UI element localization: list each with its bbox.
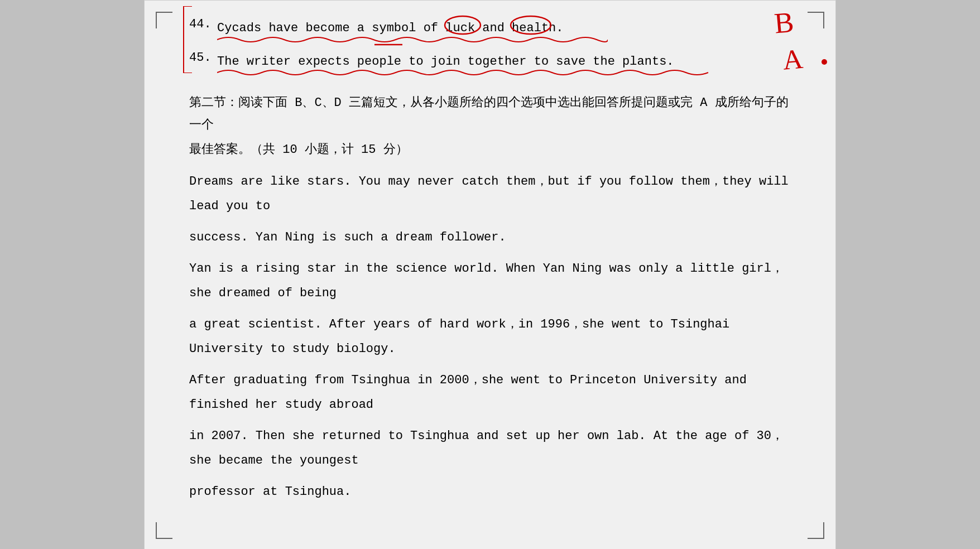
corner-br [808,522,824,539]
question-45: 45. The writer expects people to join to… [189,51,791,73]
passage-p1b: success. Yan Ning is such a dream follow… [189,225,791,250]
svg-text:A: A [781,42,804,75]
q45-answer-a: A [780,37,835,76]
passage-p2d-text: in 2007. Then she returned to Tsinghua a… [189,429,784,468]
passage-p2d: in 2007. Then she returned to Tsinghua a… [189,424,791,473]
section2-header-block: 第二节：阅读下面 B、C、D 三篇短文，从各小题所给的四个选项中选出能回答所提问… [189,92,791,161]
upper-page-card: 44. Cycads have become a symbol of luck … [144,0,836,549]
passage-p1b-text: success. Yan Ning is such a dream follow… [189,230,506,244]
passage-p2c: After graduating from Tsinghua in 2000，s… [189,368,791,417]
to-underline [374,41,408,49]
passage-p2b: a great scientist. After years of hard w… [189,312,791,362]
q45-underline [217,67,719,78]
passage-p2-block: Yan is a rising star in the science worl… [189,257,791,504]
passage-p2c-text: After graduating from Tsinghua in 2000，s… [189,373,747,412]
corner-tl [156,12,172,28]
q45-text: The writer expects people to join togeth… [217,55,674,69]
passage-p1-text: Dreams are like stars. You may never cat… [189,175,789,213]
passage-p1: Dreams are like stars. You may never cat… [189,170,791,219]
passage-p2: Yan is a rising star in the science worl… [189,257,791,306]
passage-p1-block: Dreams are like stars. You may never cat… [189,170,791,250]
q44-text: Cycads have become a symbol of luck and … [217,21,564,35]
svg-text:B: B [773,6,795,40]
svg-point-7 [822,59,827,65]
svg-point-1 [511,16,551,34]
q44-answer-b: B [768,1,824,40]
passage-p2e: professor at Tsinghua. [189,480,791,504]
q45-number: 45. [189,51,212,73]
corner-bl [156,522,172,539]
section2-header: 第二节：阅读下面 B、C、D 三篇短文，从各小题所给的四个选项中选出能回答所提问… [189,92,791,136]
passage-p2-text: Yan is a rising star in the science worl… [189,262,784,300]
passage-p2b-text: a great scientist. After years of hard w… [189,317,729,356]
q44-underline [217,34,608,45]
question-44: 44. Cycads have become a symbol of luck … [189,17,791,40]
passage-p2e-text: professor at Tsinghua. [189,485,351,499]
svg-point-0 [445,16,481,34]
section2-sub: 最佳答案。（共 10 小题，计 15 分） [189,139,791,161]
